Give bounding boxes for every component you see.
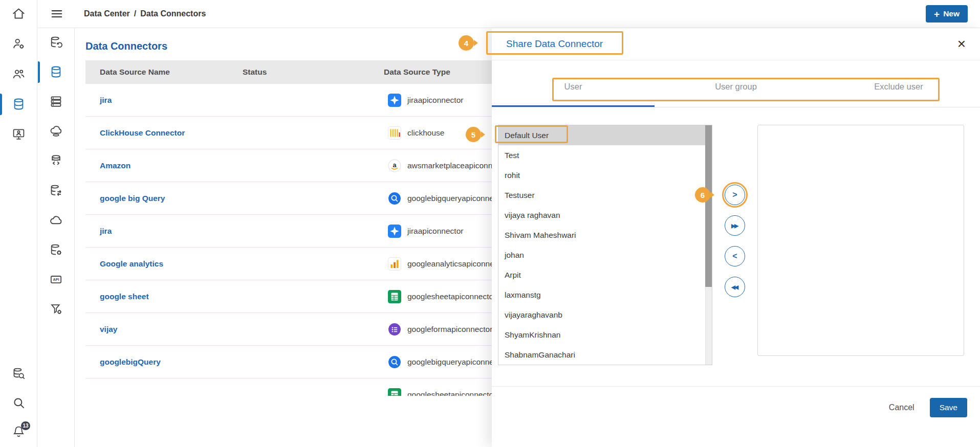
primary-sidebar-bottom: 13 xyxy=(0,367,37,447)
user-list-item[interactable]: Default User xyxy=(498,125,705,145)
sidebar-item-cloud-database[interactable] xyxy=(38,124,74,138)
drawer-header: Share Data Connector × xyxy=(492,28,980,60)
plus-icon: + xyxy=(934,9,940,19)
user-admin-icon xyxy=(12,37,26,51)
user-group-icon xyxy=(12,67,26,81)
stream-filter-icon xyxy=(49,302,63,316)
breadcrumb-data-connectors[interactable]: Data Connectors xyxy=(140,9,206,18)
data-source-name-link[interactable]: Amazon xyxy=(85,161,243,170)
drawer-tabs: User User group Exclude user xyxy=(492,60,980,107)
user-list-item[interactable]: vijayaraghavanb xyxy=(498,305,705,325)
user-list-item[interactable]: laxmanstg xyxy=(498,285,705,305)
server-icon xyxy=(49,95,63,108)
move-all-right-button[interactable]: ▶▶ xyxy=(725,215,745,236)
search-icon xyxy=(12,396,26,410)
data-source-name-link[interactable]: jira xyxy=(85,96,243,105)
sidebar-item-user-admin[interactable] xyxy=(0,37,37,51)
cloud-database-icon xyxy=(49,124,63,138)
close-icon: × xyxy=(957,36,966,52)
column-header-data-source-name[interactable]: Data Source Name xyxy=(85,68,243,77)
move-all-right-icon: ▶▶ xyxy=(731,222,737,229)
data-source-name-link[interactable]: googlebigQuery xyxy=(85,357,243,367)
data-source-name-link[interactable]: google sheet xyxy=(85,292,243,301)
move-all-left-button[interactable]: ◀◀ xyxy=(725,277,745,297)
jira-icon xyxy=(388,225,401,238)
move-left-button[interactable]: < xyxy=(725,246,745,266)
user-list-item[interactable]: johan xyxy=(498,245,705,265)
analytics-icon xyxy=(388,257,401,271)
scrollbar-thumb[interactable] xyxy=(705,125,712,287)
sidebar-item-server[interactable] xyxy=(38,95,74,108)
bigquery-icon xyxy=(388,192,401,205)
data-center-icon xyxy=(12,97,26,111)
data-source-name-link[interactable]: Google analytics xyxy=(85,259,243,269)
user-list-item[interactable]: rohit xyxy=(498,165,705,185)
sidebar-item-database-code[interactable] xyxy=(38,154,74,168)
sidebar-item-stream-filter[interactable] xyxy=(38,302,74,316)
notification-bell-icon: 13 xyxy=(12,425,26,439)
move-left-icon: < xyxy=(732,252,737,261)
sidebar-item-api[interactable] xyxy=(38,273,74,286)
home-icon xyxy=(12,7,26,20)
sidebar-item-data-connectors[interactable] xyxy=(38,65,74,79)
user-list-item[interactable]: ShabnamGanachari xyxy=(498,345,705,365)
assigned-users-list[interactable] xyxy=(757,125,964,356)
database-transfer-icon xyxy=(49,184,63,197)
menu-button[interactable] xyxy=(50,7,63,20)
data-source-type: googlesheetapiconnector xyxy=(407,292,496,301)
move-right-button[interactable]: > xyxy=(725,185,745,205)
save-button[interactable]: Save xyxy=(930,398,967,417)
sidebar-item-data-search[interactable] xyxy=(0,367,37,381)
user-list-item[interactable]: Shivam Maheshwari xyxy=(498,225,705,245)
footer-divider xyxy=(492,386,980,387)
sidebar-item-database-transfer[interactable] xyxy=(38,184,74,197)
sidebar-item-user-groups[interactable] xyxy=(0,67,37,81)
data-connectors-icon xyxy=(49,65,63,79)
primary-sidebar-top xyxy=(0,7,37,141)
sidebar-item-home[interactable] xyxy=(0,7,37,20)
forms-icon xyxy=(388,323,401,336)
data-source-name-link[interactable]: google big Query xyxy=(85,194,243,203)
user-list-item[interactable]: Testuser xyxy=(498,185,705,205)
sidebar-item-cloud[interactable] xyxy=(38,213,74,227)
menu-icon xyxy=(50,7,63,20)
user-list-item[interactable]: Test xyxy=(498,145,705,165)
user-list-item[interactable]: vijaya raghavan xyxy=(498,205,705,225)
cloud-icon xyxy=(49,213,63,227)
scrollbar-track[interactable] xyxy=(705,125,712,365)
data-source-type: clickhouse xyxy=(407,128,444,138)
drawer-footer: Cancel Save xyxy=(889,398,967,417)
column-header-status[interactable]: Status xyxy=(243,68,384,77)
new-button-label: New xyxy=(943,9,960,18)
data-source-type: jiraapiconnector xyxy=(407,96,463,105)
sidebar-item-search[interactable] xyxy=(0,396,37,410)
sidebar-item-notifications[interactable]: 13 xyxy=(0,425,37,439)
breadcrumb-data-center[interactable]: Data Center xyxy=(84,9,130,18)
sidebar-item-user-dashboard[interactable] xyxy=(0,127,37,141)
close-button[interactable]: × xyxy=(957,37,966,51)
sidebar-item-data-center[interactable] xyxy=(0,97,37,111)
database-code-icon xyxy=(49,154,63,168)
new-button[interactable]: + New xyxy=(926,5,968,23)
clickhouse-icon xyxy=(388,126,401,140)
sidebar-item-database-settings[interactable] xyxy=(38,243,74,257)
transfer-buttons: > ▶▶ < ◀◀ xyxy=(725,185,745,297)
app-root: 13 Data Center / Data Connectors + New D xyxy=(0,0,980,447)
data-source-type: googleformapiconnector xyxy=(407,325,492,334)
user-list-item[interactable]: Arpit xyxy=(498,265,705,285)
breadcrumb-separator: / xyxy=(134,9,136,18)
data-source-name-link[interactable]: ClickHouse Connector xyxy=(85,128,243,138)
cancel-button[interactable]: Cancel xyxy=(889,403,914,412)
data-source-name-link[interactable]: jira xyxy=(85,227,243,236)
tab-exclude-user[interactable]: Exclude user xyxy=(817,60,980,107)
user-dashboard-icon xyxy=(12,127,26,141)
data-source-name-link[interactable]: vijay xyxy=(85,325,243,334)
api-icon xyxy=(49,273,63,286)
user-list-item[interactable]: ShyamKrishnan xyxy=(498,325,705,345)
tab-user[interactable]: User xyxy=(492,60,655,107)
primary-sidebar: 13 xyxy=(0,0,37,447)
jira-icon xyxy=(388,94,401,107)
sheets-icon xyxy=(388,290,401,303)
sidebar-item-database-sync[interactable] xyxy=(38,35,74,49)
tab-user-group[interactable]: User group xyxy=(655,60,817,107)
